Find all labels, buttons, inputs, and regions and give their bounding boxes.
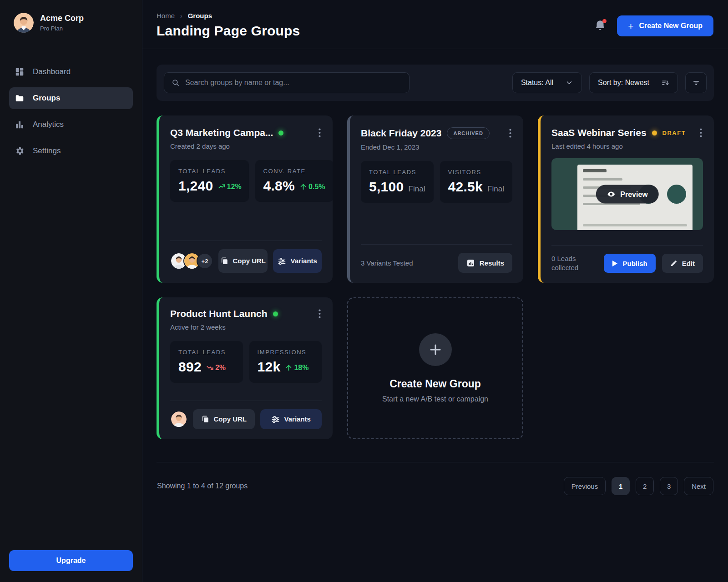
folder-icon: [15, 93, 25, 103]
next-page-button[interactable]: Next: [684, 477, 713, 495]
breadcrumb: Home › Groups: [157, 12, 300, 20]
sidebar: Acme Corp Pro Plan Dashboard Groups Anal…: [0, 0, 142, 582]
page-button-3[interactable]: 3: [660, 477, 678, 495]
sidebar-item-groups[interactable]: Groups: [9, 87, 133, 109]
sliders-icon: [278, 257, 286, 266]
upgrade-button[interactable]: Upgrade: [9, 550, 133, 571]
eye-icon: [607, 190, 615, 199]
sort-dropdown[interactable]: Sort by: Newest: [589, 72, 678, 93]
breadcrumb-home[interactable]: Home: [157, 12, 175, 20]
stat-conv-rate: CONV. RATE 4.8% 0.5%: [255, 160, 333, 202]
org-avatar: [14, 13, 34, 33]
stat-total-leads: TOTAL LEADS 1,240 12%: [170, 160, 249, 202]
page-button-2[interactable]: 2: [636, 477, 654, 495]
stat-total-leads: TOTAL LEADS 892 2%: [170, 341, 243, 383]
group-card-black-friday: Black Friday 2023 ARCHIVED Ended Dec 1, …: [347, 115, 523, 283]
sidebar-item-label: Settings: [33, 146, 61, 156]
copy-icon: [220, 257, 228, 265]
filter-button[interactable]: [685, 72, 707, 93]
sidebar-spacer: [9, 162, 133, 550]
org-name: Acme Corp: [40, 14, 84, 23]
group-name: Product Hunt Launch: [170, 308, 268, 319]
previous-page-button[interactable]: Previous: [564, 477, 606, 495]
leads-collected-note: 0 Leads collected: [551, 254, 595, 273]
create-new-group-button[interactable]: + Create New Group: [617, 15, 713, 36]
create-card-title: Create New Group: [389, 378, 481, 390]
plus-icon: [429, 343, 442, 356]
group-card-saas-webinar: SaaS Webinar Series DRAFT Last edited 4 …: [538, 115, 714, 283]
sidebar-item-dashboard[interactable]: Dashboard: [9, 61, 133, 83]
sidebar-item-label: Dashboard: [33, 67, 71, 76]
trend-up-indicator: 0.5%: [299, 183, 325, 191]
copy-icon: [201, 415, 209, 423]
group-name: Q3 Marketing Campa...: [170, 127, 273, 138]
sidebar-nav: Dashboard Groups Analytics Settings: [9, 61, 133, 162]
filter-icon: [692, 79, 700, 87]
bar-chart-icon: [15, 120, 25, 130]
results-chart-icon: [466, 259, 475, 267]
breadcrumb-current: Groups: [188, 12, 212, 20]
variants-button[interactable]: Variants: [260, 409, 322, 429]
group-subtitle: Ended Dec 1, 2023: [361, 143, 512, 151]
collaborator-avatars: +2: [170, 252, 213, 270]
edit-button[interactable]: Edit: [662, 254, 703, 273]
stat-total-leads: TOTAL LEADS 5,100 Final: [361, 161, 434, 203]
filter-toolbar: Status: All Sort by: Newest: [157, 65, 714, 101]
trending-down-icon: [206, 364, 214, 371]
preview-button[interactable]: Preview: [596, 185, 658, 204]
publish-button[interactable]: Publish: [604, 254, 655, 273]
page-title: Landing Page Groups: [157, 23, 300, 39]
draft-status-dot: [652, 130, 657, 135]
avatar: [170, 411, 187, 428]
sidebar-item-settings[interactable]: Settings: [9, 140, 133, 162]
arrow-up-icon: [299, 183, 307, 191]
kebab-menu-icon[interactable]: [508, 128, 512, 139]
org-profile[interactable]: Acme Corp Pro Plan: [9, 13, 133, 33]
page-header: Home › Groups Landing Page Groups + Crea…: [142, 0, 728, 49]
sidebar-item-label: Groups: [33, 94, 60, 103]
extra-avatars-badge[interactable]: +2: [197, 253, 213, 269]
preview-thumbnail: Preview: [551, 158, 703, 230]
plus-circle: [419, 333, 452, 366]
copy-url-button[interactable]: Copy URL: [193, 409, 255, 429]
search-input[interactable]: [185, 79, 402, 87]
group-card-q3-marketing: Q3 Marketing Campa... Created 2 days ago…: [157, 115, 333, 283]
page-button-1[interactable]: 1: [612, 477, 630, 495]
variants-tested-note: 3 Variants Tested: [361, 259, 413, 267]
collaborator-avatars: [170, 411, 187, 428]
org-plan: Pro Plan: [40, 25, 84, 32]
kebab-menu-icon[interactable]: [318, 127, 322, 138]
plus-icon: +: [628, 21, 633, 31]
trend-up-indicator: 18%: [285, 364, 308, 372]
draft-badge: DRAFT: [662, 130, 686, 136]
search-icon: [172, 79, 180, 87]
pagination: Previous 1 2 3 Next: [564, 477, 713, 495]
trend-up-indicator: 12%: [218, 183, 242, 191]
group-name: SaaS Webinar Series: [551, 127, 647, 138]
group-subtitle: Created 2 days ago: [170, 142, 322, 150]
results-button[interactable]: Results: [458, 253, 512, 273]
archived-badge: ARCHIVED: [447, 127, 489, 139]
showing-count: Showing 1 to 4 of 12 groups: [157, 482, 248, 490]
sidebar-item-analytics[interactable]: Analytics: [9, 114, 133, 135]
variants-button[interactable]: Variants: [273, 249, 322, 273]
status-filter-dropdown[interactable]: Status: All: [512, 72, 582, 93]
sort-icon: [661, 79, 669, 87]
sliders-icon: [271, 415, 280, 424]
list-footer: Showing 1 to 4 of 12 groups Previous 1 2…: [157, 462, 714, 495]
active-status-dot: [278, 130, 283, 135]
copy-url-button[interactable]: Copy URL: [218, 249, 268, 273]
kebab-menu-icon[interactable]: [699, 127, 703, 138]
active-status-dot: [273, 311, 278, 316]
create-new-group-card[interactable]: Create New Group Start a new A/B test or…: [347, 297, 523, 439]
dashboard-grid-icon: [15, 67, 25, 77]
group-subtitle: Last edited 4 hours ago: [551, 142, 703, 150]
groups-grid: Q3 Marketing Campa... Created 2 days ago…: [157, 115, 714, 439]
group-card-product-hunt: Product Hunt Launch Active for 2 weeks T…: [157, 297, 333, 439]
group-name: Black Friday 2023: [361, 128, 441, 139]
arrow-up-icon: [285, 364, 293, 371]
stat-impressions: IMPRESSIONS 12k 18%: [249, 341, 322, 383]
notification-bell-icon[interactable]: [594, 20, 606, 32]
kebab-menu-icon[interactable]: [318, 308, 322, 319]
chevron-right-icon: ›: [180, 12, 182, 20]
